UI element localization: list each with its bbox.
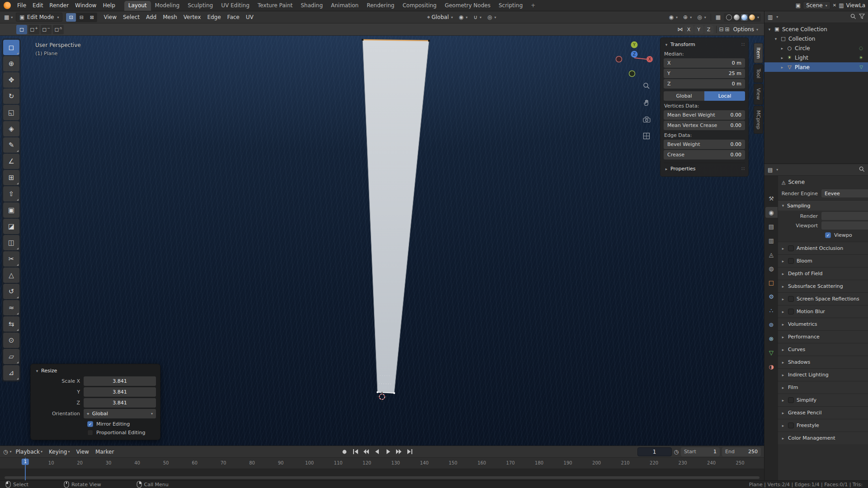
face-select-button[interactable]: ⊠ (87, 13, 97, 22)
section-film[interactable]: ▸Film (778, 381, 868, 394)
proportional-editing-toggle[interactable]: ◎▾ (485, 14, 499, 21)
workspace-tab-modeling[interactable]: Modeling (151, 1, 184, 11)
shading-solid-button[interactable] (733, 14, 740, 21)
toggle-ortho-grid-icon[interactable] (642, 131, 651, 141)
play-button[interactable] (383, 447, 393, 456)
viewport-menu-view[interactable]: View (100, 13, 119, 21)
scale-y-field[interactable]: 3.841 (84, 387, 156, 397)
tool-loop-cut[interactable]: ◫ (3, 235, 19, 250)
next-keyframe-button[interactable] (394, 447, 404, 456)
xray-toggle[interactable]: ▦ (713, 14, 723, 21)
viewport-denoising-checkbox[interactable]: ✓ Viewpo (825, 232, 868, 238)
topbar-menu-help[interactable]: Help (99, 1, 118, 9)
viewport-menu-uv[interactable]: UV (243, 13, 257, 21)
previous-keyframe-button[interactable] (361, 447, 371, 456)
section-volumetrics[interactable]: ▸Volumetrics (778, 318, 868, 330)
sidebar-tab-view[interactable]: View (754, 84, 763, 104)
expand-arrow-icon[interactable]: ▸ (780, 46, 784, 51)
add-workspace-button[interactable]: + (527, 1, 539, 10)
workspace-tab-compositing[interactable]: Compositing (398, 1, 440, 11)
scene-dropdown[interactable]: Scene ▾ (803, 1, 830, 9)
section-checkbox[interactable] (788, 258, 794, 264)
mean-bevel-weight-field[interactable]: Mean Bevel Weight0.00 (664, 110, 745, 120)
timeline-menu-playback[interactable]: Playback▾ (13, 448, 46, 456)
properties-tab-modifiers[interactable]: ⚙ (765, 291, 778, 302)
section-subsurface-scattering[interactable]: ▸Subsurface Scattering (778, 280, 868, 292)
workspace-tab-layout[interactable]: Layout (124, 1, 151, 11)
workspace-tab-sculpting[interactable]: Sculpting (184, 1, 217, 11)
tool-rotate[interactable]: ↻ (3, 89, 19, 104)
pan-hand-icon[interactable] (642, 98, 651, 108)
tool-poly-build[interactable]: △ (3, 267, 19, 283)
section-checkbox[interactable] (788, 296, 794, 302)
viewport-menu-select[interactable]: Select (120, 13, 143, 21)
tool-settings-icon[interactable]: ⊟ (719, 27, 724, 32)
mirror-z-button[interactable]: Z (704, 25, 713, 34)
vertex-select-button[interactable]: ⊡ (66, 13, 76, 22)
properties-editor-icon[interactable]: ▤ (768, 167, 773, 173)
select-subtract-button[interactable]: ◻− (41, 25, 52, 34)
mean-vertex-crease-field[interactable]: Mean Vertex Crease0.00 (664, 121, 745, 130)
scale-scale-x-field[interactable]: 3.841 (84, 376, 156, 386)
workspace-tab-texture-paint[interactable]: Texture Paint (254, 1, 297, 11)
tool-measure[interactable]: ∠ (3, 154, 19, 169)
median-z-field[interactable]: Z0 m (664, 79, 745, 89)
timeline-menu-view[interactable]: View (73, 448, 92, 456)
options-dropdown[interactable]: Options ▾ (731, 25, 760, 33)
median-x-field[interactable]: X0 m (664, 58, 745, 68)
properties-tab-material[interactable]: ◑ (765, 361, 778, 372)
section-checkbox[interactable] (788, 245, 794, 251)
sampling-viewport-field[interactable] (821, 221, 868, 230)
workspace-tab-animation[interactable]: Animation (327, 1, 363, 11)
transform-orientation-dropdown[interactable]: ⌖ Global ▾ (425, 13, 455, 21)
frame-end-field[interactable]: End 250 (722, 447, 761, 456)
local-space-button[interactable]: Local (704, 91, 745, 101)
tool-settings-icon[interactable]: ⊞ (725, 27, 730, 32)
outliner-row-circle[interactable]: ▸○Circle◌ (764, 43, 868, 53)
blender-logo-icon[interactable] (4, 2, 11, 9)
section-motion-blur[interactable]: ▸Motion Blur (778, 305, 868, 318)
resize-panel-header[interactable]: ▾ Resize (35, 366, 156, 376)
topbar-menu-render[interactable]: Render (46, 1, 72, 9)
crease-field[interactable]: Crease0.00 (664, 150, 745, 160)
tool-edge-slide[interactable]: ⇆ (3, 316, 19, 332)
preview-range-clock-icon[interactable]: ◷ (674, 449, 679, 455)
expand-arrow-icon[interactable]: ▸ (780, 65, 784, 70)
section-screen-space-reflections[interactable]: ▸Screen Space Reflections (778, 292, 868, 305)
sidebar-tab-tool[interactable]: Tool (754, 64, 763, 83)
section-ambient-occlusion[interactable]: ▸Ambient Occlusion (778, 242, 868, 254)
tool-select-box[interactable]: ◻ (3, 40, 19, 55)
play-reverse-button[interactable] (372, 447, 382, 456)
workspace-tab-rendering[interactable]: Rendering (363, 1, 398, 11)
select-new-button[interactable]: ◻ (16, 25, 27, 34)
section-color-management[interactable]: ▸Color Management (778, 432, 868, 444)
properties-tab-physics[interactable]: ⊚ (765, 319, 778, 330)
plane-object[interactable] (363, 40, 429, 393)
panel-drag-handle[interactable]: ∷ (741, 166, 745, 172)
properties-tab-view-layer[interactable]: ▥ (765, 235, 778, 246)
transform-panel-header[interactable]: ▾ Transform ∷ (664, 40, 745, 49)
viewport-menu-face[interactable]: Face (224, 13, 243, 21)
expand-arrow-icon[interactable]: ▾ (774, 37, 778, 41)
tool-knife[interactable]: ✂ (3, 251, 19, 267)
properties-tab-output[interactable]: ▤ (765, 221, 778, 232)
shading-rendered-button[interactable] (749, 14, 755, 21)
properties-panel-header[interactable]: ▸ Properties ∷ (664, 163, 745, 173)
selected-vertex-dot[interactable] (393, 392, 395, 394)
section-performance[interactable]: ▸Performance (778, 330, 868, 343)
global-space-button[interactable]: Global (664, 91, 704, 101)
outliner-row-plane[interactable]: ▸▽Plane▽ (764, 62, 868, 72)
select-extend-button[interactable]: ◻+ (28, 25, 39, 34)
viewport-menu-add[interactable]: Add (143, 13, 160, 21)
timeline-tracks[interactable] (0, 469, 764, 480)
tool-annotate[interactable]: ✎ (3, 137, 19, 153)
navigation-gizmo[interactable]: Y Z X (616, 42, 653, 77)
scale-z-field[interactable]: 3.841 (84, 398, 156, 408)
selected-vertex-dot[interactable] (377, 391, 378, 393)
bevel-weight-field[interactable]: Bevel Weight0.00 (664, 140, 745, 149)
section-grease-pencil[interactable]: ▸Grease Pencil (778, 406, 868, 419)
mirror-editing-checkbox[interactable]: ✓Mirror Editing (87, 421, 156, 427)
section-shadows[interactable]: ▸Shadows (778, 356, 868, 368)
workspace-tab-shading[interactable]: Shading (297, 1, 327, 11)
section-checkbox[interactable] (788, 422, 794, 428)
